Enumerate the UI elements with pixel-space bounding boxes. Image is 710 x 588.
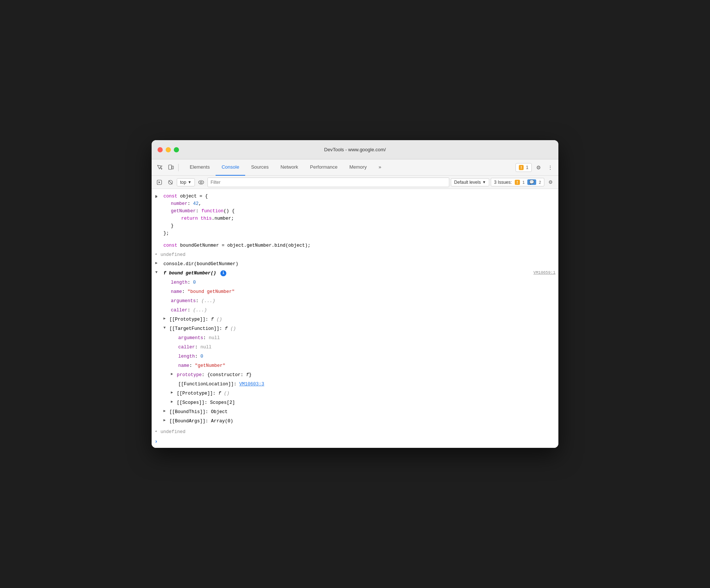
code-line-3: getNumber: function() { xyxy=(163,207,555,215)
issues-button[interactable]: !1 xyxy=(515,163,532,172)
vm-location-link[interactable]: VM10603:3 xyxy=(239,382,264,387)
tf-prop-name: name: "getNumber" xyxy=(152,361,558,371)
tab-more[interactable]: » xyxy=(373,159,387,176)
maximize-button[interactable] xyxy=(174,147,179,152)
prop-arguments: arguments: (...) xyxy=(152,297,558,306)
devtools-window: DevTools - www.google.com/ Elements Cons… xyxy=(152,140,558,448)
tree-expand-arrow[interactable]: ▼ xyxy=(155,270,158,276)
settings-icon[interactable]: ⚙ xyxy=(533,162,544,173)
tab-memory[interactable]: Memory xyxy=(344,159,373,176)
toolbar-divider-1 xyxy=(178,164,179,171)
console-result-2: ◂ undefined xyxy=(152,428,558,437)
tf-prop-caller: caller: null xyxy=(152,343,558,352)
code-line-6: }; xyxy=(163,230,555,237)
console-result-1: ◂ undefined xyxy=(152,250,558,260)
spacer xyxy=(152,238,558,241)
prop-bound-this: ▶ [[BoundThis]]: Object xyxy=(152,408,558,417)
console-entry-bind: const boundGetNunmer = object.getNumber.… xyxy=(152,241,558,250)
tab-elements[interactable]: Elements xyxy=(184,159,216,176)
clear-console-icon[interactable] xyxy=(166,178,175,187)
prop-prototype-outer: ▶ [[Prototype]]: f () xyxy=(152,315,558,324)
tab-network[interactable]: Network xyxy=(275,159,304,176)
context-selector[interactable]: top ▼ xyxy=(177,178,195,186)
code-line-4: return this.number; xyxy=(163,215,555,222)
run-script-icon[interactable] xyxy=(155,178,164,187)
prop-bound-args: ▶ [[BoundArgs]]: Array(0) xyxy=(152,417,558,426)
tf-prop-prototype: ▶ prototype: {constructor: f} xyxy=(152,371,558,380)
cmd-arrow: ▶ xyxy=(155,260,158,266)
window-title: DevTools - www.google.com/ xyxy=(324,147,386,152)
eye-icon[interactable] xyxy=(196,178,206,187)
console-area: ▶ ▶ const object = { number: 42, getNumb… xyxy=(152,189,558,448)
svg-point-6 xyxy=(200,181,202,183)
tab-sources[interactable]: Sources xyxy=(245,159,275,176)
scopes-arrow[interactable]: ▶ xyxy=(171,399,173,405)
toolbar-right: !1 ⚙ ⋮ xyxy=(515,162,555,173)
svg-rect-0 xyxy=(169,165,172,169)
function-info-badge[interactable]: i xyxy=(220,270,226,276)
tab-console[interactable]: Console xyxy=(216,159,245,176)
code-line-1: const object = { xyxy=(163,193,555,200)
proto-arrow[interactable]: ▶ xyxy=(163,316,166,322)
tf-prop-arguments: arguments: null xyxy=(152,334,558,343)
target-fn-arrow[interactable]: ▼ xyxy=(163,325,166,331)
close-button[interactable] xyxy=(158,147,163,152)
tab-performance[interactable]: Performance xyxy=(304,159,343,176)
prompt-symbol: › xyxy=(155,437,158,446)
prop-length: length: 0 xyxy=(152,278,558,287)
object-tree-root: ▼ f bound getNumber() i VM10659:1 xyxy=(152,269,558,278)
issues-count-button[interactable]: 3 Issues:!1💬2 xyxy=(491,178,544,186)
device-icon[interactable] xyxy=(166,162,176,173)
minimize-button[interactable] xyxy=(166,147,171,152)
code-line-5: } xyxy=(163,222,555,230)
bound-args-arrow[interactable]: ▶ xyxy=(163,418,166,423)
default-levels-button[interactable]: Default levels ▼ xyxy=(451,178,489,186)
traffic-lights xyxy=(158,147,179,152)
secondary-toolbar: top ▼ Default levels ▼ 3 Issues:!1💬2 ⚙ xyxy=(152,176,558,189)
tf-prop-scopes: ▶ [[Scopes]]: Scopes[2] xyxy=(152,398,558,408)
filter-input[interactable] xyxy=(207,178,450,187)
console-cmd-dir: ▶ console.dir(boundGetNunmer) xyxy=(152,260,558,269)
prop-name: name: "bound getNumber" xyxy=(152,287,558,297)
console-settings-icon[interactable]: ⚙ xyxy=(546,178,555,187)
console-entry-code: ▶ ▶ const object = { number: 42, getNumb… xyxy=(152,190,558,238)
vm-link[interactable]: VM10659:1 xyxy=(534,270,555,276)
main-toolbar: Elements Console Sources Network Perform… xyxy=(152,159,558,176)
tf-proto-inner-arrow[interactable]: ▶ xyxy=(171,390,173,396)
bound-this-arrow[interactable]: ▶ xyxy=(163,408,166,414)
inspect-icon[interactable] xyxy=(155,162,165,173)
tf-proto-arrow[interactable]: ▶ xyxy=(171,371,173,377)
code-line-2: number: 42, xyxy=(163,200,555,207)
result-arrow-1: ◂ xyxy=(155,251,157,258)
tf-prop-prototype-inner: ▶ [[Prototype]]: f () xyxy=(152,389,558,398)
more-options-icon[interactable]: ⋮ xyxy=(545,162,555,173)
svg-point-5 xyxy=(199,180,204,184)
prop-caller: caller: (...) xyxy=(152,306,558,315)
result-arrow-2: ◂ xyxy=(155,428,157,435)
tf-prop-length: length: 0 xyxy=(152,352,558,361)
titlebar: DevTools - www.google.com/ xyxy=(152,140,558,159)
svg-rect-1 xyxy=(172,166,173,169)
tab-bar: Elements Console Sources Network Perform… xyxy=(184,159,515,176)
tf-prop-fn-location: [[FunctionLocation]]: VM10603:3 xyxy=(152,380,558,389)
console-prompt-line[interactable]: › xyxy=(152,437,558,439)
prop-target-function: ▼ [[TargetFunction]]: f () xyxy=(152,324,558,334)
